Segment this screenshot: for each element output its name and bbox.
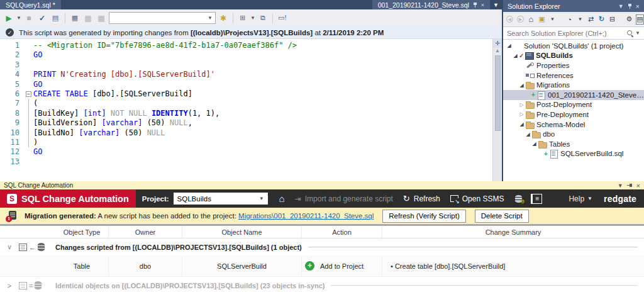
tab-sqlquery1[interactable]: SQLQuery1.sql * <box>0 0 61 9</box>
solution-explorer-search[interactable]: ▼ <box>503 26 644 40</box>
tree-item-references[interactable]: References <box>503 70 644 81</box>
import-generate-script-button[interactable]: ⇥ Import and generate script <box>295 194 393 203</box>
window-menu-icon[interactable]: ▼ <box>618 3 624 9</box>
tree-item-post-deployment[interactable]: ▷Post-Deployment <box>503 100 644 110</box>
database-settings-button[interactable]: ⚙ <box>515 195 522 203</box>
project-icon <box>525 52 533 59</box>
switch-views-dropdown-icon[interactable]: ▼ <box>548 14 557 25</box>
tree-item-schema-model[interactable]: ◢Schema-Model <box>503 120 644 130</box>
close-icon[interactable]: × <box>636 3 640 10</box>
disconnect-icon[interactable]: ▦ <box>82 13 94 24</box>
home-icon[interactable]: ⌂ <box>527 14 535 25</box>
chevron-expanded-icon[interactable]: ◢ <box>518 82 525 88</box>
column-header-change-summary[interactable]: Change Summary <box>382 226 644 238</box>
chevron-down-icon[interactable]: ∨ <box>0 243 19 251</box>
group-row-changes-scripted[interactable]: ∨ ← Changes scripted from [(LOCALDB)\PRO… <box>0 239 644 256</box>
fold-collapse-icon[interactable]: − <box>26 91 31 97</box>
script-view-icon[interactable]: ≡ <box>531 194 542 204</box>
project-combobox-dropdown-icon[interactable]: ▼ <box>259 196 264 201</box>
tree-item-pre-deployment[interactable]: ▷Pre-Deployment <box>503 110 644 120</box>
search-input[interactable] <box>507 30 626 37</box>
chevron-right-icon[interactable]: > <box>0 282 19 289</box>
migration-script-link[interactable]: Migrations\001_20190211-1420_Steve.sql <box>238 212 374 220</box>
column-header-owner[interactable]: Owner <box>109 226 182 238</box>
cell-object-name: SQLServerBuild <box>182 256 302 276</box>
tree-item-label: Pre-Deployment <box>536 111 589 118</box>
column-header-action[interactable]: Action <box>302 226 382 238</box>
cancel-button[interactable]: ■ <box>23 13 35 24</box>
group-row-identical-objects[interactable]: > = Identical objects on [(LOCALDB)\PROJ… <box>0 277 644 292</box>
chevron-right-icon[interactable]: ▷ <box>518 111 525 117</box>
code-line: 11) <box>0 138 492 147</box>
tree-item-solution-sqlbuilds-1-project-[interactable]: ◢Solution 'SQLBuilds' (1 project) <box>503 41 644 51</box>
refresh-icon[interactable]: ↻ <box>597 14 606 25</box>
chevron-expanded-icon[interactable]: ◢ <box>518 121 525 127</box>
tree-item-sqlserverbuild-sql[interactable]: +SQLServerBuild.sql <box>503 149 644 159</box>
close-icon[interactable]: × <box>636 182 640 189</box>
scroll-up-icon[interactable]: ▲ <box>495 48 500 54</box>
table-grid-icon[interactable]: ⊞ <box>237 13 248 24</box>
execute-dropdown-icon[interactable]: ▼ <box>16 15 21 21</box>
table-grid-dropdown-icon[interactable]: ▼ <box>250 15 255 21</box>
tree-item-migrations[interactable]: ◢Migrations <box>503 80 644 90</box>
fold-margin <box>25 50 33 60</box>
sync-with-active-document-icon[interactable]: ⇄ <box>587 14 595 25</box>
chevron-expanded-icon[interactable]: ◢ <box>506 43 513 48</box>
database-combobox-input[interactable] <box>109 13 205 23</box>
refresh-button[interactable]: ↻ Refresh <box>403 194 440 203</box>
dependency-diagram-icon[interactable]: ⧉ <box>257 13 269 24</box>
tree-item-001-20190211-1420-steve-sql[interactable]: +001_20190211-1420_Steve.sql <box>503 90 644 100</box>
scrollbar-thumb[interactable] <box>495 55 501 131</box>
tree-item-label: References <box>536 72 574 79</box>
chevron-right-icon[interactable]: ▷ <box>518 102 525 108</box>
connect-icon[interactable]: ▦ <box>69 13 80 24</box>
home-icon[interactable]: ⌂ <box>279 193 285 204</box>
pin-icon[interactable] <box>627 183 633 188</box>
delete-script-button[interactable]: Delete Script <box>475 210 529 223</box>
collapse-all-icon[interactable]: ⊟ <box>608 14 616 25</box>
close-icon[interactable]: × <box>481 2 484 8</box>
tree-item-dbo[interactable]: ◢dbo <box>503 129 644 139</box>
help-menu[interactable]: Help ▼ <box>569 194 592 203</box>
forward-button[interactable]: ▶ <box>516 14 525 25</box>
code-editor[interactable]: 1-- <Migration ID="7bfe7896-ae8d-41f2-b1… <box>0 39 502 181</box>
change-row-sqlserverbuild[interactable]: Table dbo SQLServerBuild + Add to Projec… <box>0 256 644 277</box>
search-dropdown-icon[interactable]: ▼ <box>635 30 640 36</box>
notifications-icon[interactable]: ▭! <box>277 13 288 24</box>
tree-item-tables[interactable]: ◢Tables <box>503 139 644 149</box>
chevron-expanded-icon[interactable]: ◢ <box>531 141 538 147</box>
pending-changes-filter-icon[interactable]: ◔ <box>565 14 574 25</box>
change-connection-icon[interactable]: ▦ <box>96 13 107 24</box>
pin-icon[interactable] <box>473 2 477 8</box>
search-icon[interactable] <box>626 30 633 36</box>
new-query-icon[interactable]: ✱ <box>218 13 229 24</box>
open-ssms-button[interactable]: Open SSMS <box>450 194 504 203</box>
pin-icon[interactable] <box>628 3 632 9</box>
project-combobox[interactable]: SQLBuilds ▼ <box>174 193 268 205</box>
filter-dropdown-icon[interactable]: ▼ <box>576 14 584 25</box>
solution-explorer-title: Solution Explorer <box>508 3 560 10</box>
column-header-object-type[interactable]: Object Type <box>55 226 109 238</box>
editor-scrollbar[interactable]: ✛ ▲ <box>492 39 502 181</box>
database-combobox[interactable]: ▼ <box>109 12 216 24</box>
properties-icon[interactable]: ⚙ <box>625 14 633 25</box>
window-menu-icon[interactable]: ▼ <box>618 182 623 189</box>
pending-add-icon: + <box>531 91 536 98</box>
tree-item-sqlbuilds[interactable]: ◢✓SQLBuilds <box>503 51 644 61</box>
splitter-grip-icon[interactable]: ✛ <box>493 39 502 48</box>
tree-item-properties[interactable]: Properties <box>503 60 644 70</box>
tab-overflow-chevron-icon[interactable]: ▼ <box>490 0 502 9</box>
back-button[interactable]: ◀ <box>506 14 514 25</box>
database-combobox-dropdown-icon[interactable]: ▼ <box>205 15 215 21</box>
info-check-icon: ✓ <box>6 28 14 36</box>
execute-button[interactable]: ▶ <box>3 13 14 24</box>
refresh-verify-script-button[interactable]: Refresh (Verify Script) <box>382 210 465 223</box>
chevron-expanded-icon[interactable]: ◢ <box>512 53 519 59</box>
tab-migration-script[interactable]: 001_20190211-1420_Steve.sql × <box>372 0 490 9</box>
chevron-expanded-icon[interactable]: ◢ <box>525 132 531 137</box>
show-all-files-toggle[interactable]: ▤ <box>636 14 644 25</box>
column-header-object-name[interactable]: Object Name <box>182 226 302 238</box>
switch-views-icon[interactable]: ▣ <box>538 14 546 25</box>
parse-button[interactable]: ✓ <box>36 13 48 24</box>
analyze-document-icon[interactable]: ▤ <box>50 13 61 24</box>
